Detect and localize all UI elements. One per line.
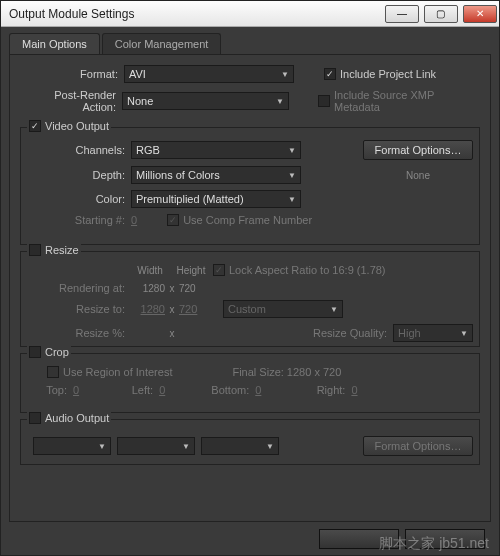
audio-channels-select: ▼	[201, 437, 279, 455]
video-output-group: ✓ Video Output Channels: RGB▼ Format Opt…	[20, 127, 480, 245]
format-label: Format:	[20, 68, 124, 80]
include-project-link-checkbox[interactable]: ✓	[324, 68, 336, 80]
window-title: Output Module Settings	[9, 7, 134, 21]
resize-quality-select: High▼	[393, 324, 473, 342]
tab-strip: Main Options Color Management	[9, 27, 491, 54]
maximize-button[interactable]: ▢	[424, 5, 458, 23]
chevron-down-icon: ▼	[276, 97, 284, 106]
audio-rate-select: ▼	[33, 437, 111, 455]
include-xmp-label: Include Source XMP Metadata	[334, 89, 480, 113]
chevron-down-icon: ▼	[98, 442, 106, 451]
chevron-down-icon: ▼	[182, 442, 190, 451]
resize-to-label: Resize to:	[27, 303, 131, 315]
depth-select[interactable]: Millions of Colors▼	[131, 166, 301, 184]
chevron-down-icon: ▼	[460, 329, 468, 338]
audio-depth-select: ▼	[117, 437, 195, 455]
minimize-button[interactable]: —	[385, 5, 419, 23]
crop-left-label: Left:	[79, 384, 159, 396]
video-output-checkbox[interactable]: ✓	[29, 120, 41, 132]
resize-preset-select: Custom▼	[223, 300, 343, 318]
resize-width-value: 1280	[131, 303, 165, 315]
starting-label: Starting #:	[27, 214, 131, 226]
use-comp-frame-label: Use Comp Frame Number	[183, 214, 312, 226]
ok-button[interactable]	[319, 529, 399, 549]
crop-right-value: 0	[351, 384, 357, 396]
crop-bottom-label: Bottom:	[165, 384, 255, 396]
resize-header: Resize	[45, 244, 79, 256]
crop-checkbox[interactable]	[29, 346, 41, 358]
include-project-link-label: Include Project Link	[340, 68, 436, 80]
crop-group: Crop Use Region of Interest Final Size: …	[20, 353, 480, 413]
format-select[interactable]: AVI▼	[124, 65, 294, 83]
color-select[interactable]: Premultiplied (Matted)▼	[131, 190, 301, 208]
video-output-header: Video Output	[45, 120, 109, 132]
window-controls: — ▢ ✕	[383, 5, 497, 23]
lock-aspect-label: Lock Aspect Ratio to 16:9 (1.78)	[229, 264, 386, 276]
audio-output-group: Audio Output ▼ ▼ ▼ Format Options…	[20, 419, 480, 465]
resize-checkbox[interactable]	[29, 244, 41, 256]
chevron-down-icon: ▼	[330, 305, 338, 314]
rendering-at-label: Rendering at:	[27, 282, 131, 294]
chevron-down-icon: ▼	[288, 146, 296, 155]
resize-height-value: 720	[179, 303, 213, 315]
channels-select[interactable]: RGB▼	[131, 141, 301, 159]
titlebar: Output Module Settings — ▢ ✕	[1, 1, 499, 27]
tab-main-options[interactable]: Main Options	[9, 33, 100, 54]
channels-label: Channels:	[27, 144, 131, 156]
crop-right-label: Right:	[261, 384, 351, 396]
crop-header: Crop	[45, 346, 69, 358]
dialog-footer	[319, 529, 485, 549]
post-render-select[interactable]: None▼	[122, 92, 289, 110]
lock-aspect-checkbox: ✓	[213, 264, 225, 276]
format-options-status: None	[363, 170, 473, 181]
use-roi-label: Use Region of Interest	[63, 366, 172, 378]
include-xmp-checkbox[interactable]	[318, 95, 330, 107]
tab-color-management[interactable]: Color Management	[102, 33, 222, 54]
final-size-label: Final Size: 1280 x 720	[232, 366, 341, 378]
color-label: Color:	[27, 193, 131, 205]
client-area: Main Options Color Management Format: AV…	[1, 27, 499, 555]
resize-quality-label: Resize Quality:	[313, 327, 387, 339]
resize-group: Resize Width Height ✓ Lock Aspect Ratio …	[20, 251, 480, 347]
post-render-label: Post-Render Action:	[20, 89, 122, 113]
crop-top-label: Top:	[27, 384, 73, 396]
use-roi-checkbox	[47, 366, 59, 378]
height-label: Height	[169, 265, 213, 276]
audio-output-header: Audio Output	[45, 412, 109, 424]
audio-format-options-button: Format Options…	[363, 436, 473, 456]
audio-output-checkbox[interactable]	[29, 412, 41, 424]
video-format-options-button[interactable]: Format Options…	[363, 140, 473, 160]
main-panel: Format: AVI▼ ✓ Include Project Link Post…	[9, 54, 491, 522]
chevron-down-icon: ▼	[288, 195, 296, 204]
starting-value: 0	[131, 214, 137, 226]
resize-pct-label: Resize %:	[27, 327, 131, 339]
width-label: Width	[131, 265, 169, 276]
cancel-button[interactable]	[405, 529, 485, 549]
chevron-down-icon: ▼	[288, 171, 296, 180]
chevron-down-icon: ▼	[266, 442, 274, 451]
depth-label: Depth:	[27, 169, 131, 181]
window: Output Module Settings — ▢ ✕ Main Option…	[0, 0, 500, 556]
use-comp-frame-checkbox: ✓	[167, 214, 179, 226]
close-button[interactable]: ✕	[463, 5, 497, 23]
chevron-down-icon: ▼	[281, 70, 289, 79]
